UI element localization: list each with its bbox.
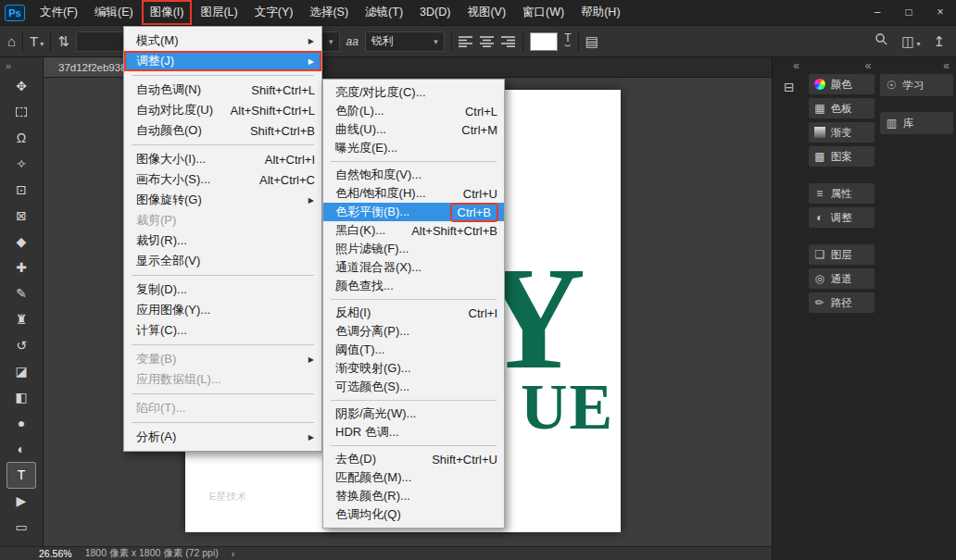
collapse-panels-icon[interactable]: « (877, 57, 956, 74)
move-tool[interactable]: ✥ (7, 74, 35, 99)
menu-item-11[interactable]: 裁切(R)... (124, 230, 321, 251)
menu-item-12[interactable]: 显示全部(V) (124, 251, 321, 271)
menu-item-8[interactable]: 黑白(K)...Alt+Shift+Ctrl+B (323, 221, 504, 240)
menubar-item-7[interactable]: 3D(D) (411, 0, 459, 25)
history-brush-tool[interactable]: ↺ (7, 333, 35, 358)
menu-item-3[interactable]: 自动色调(N)Shift+Ctrl+L (124, 80, 321, 100)
align-right-icon[interactable] (501, 35, 516, 47)
menu-item-15[interactable]: 阈值(T)... (323, 341, 504, 359)
menu-item-11[interactable]: 颜色查找... (323, 277, 504, 295)
menu-item-16[interactable]: 计算(C)... (124, 320, 321, 341)
text-orientation-icon[interactable]: ⇅ (57, 34, 69, 48)
clone-stamp-tool[interactable]: ♜ (7, 307, 35, 332)
menubar-item-8[interactable]: 视图(V) (459, 0, 514, 25)
menu-item-5[interactable]: 自然饱和度(V)... (323, 166, 504, 184)
menubar-item-9[interactable]: 窗口(W) (514, 0, 572, 25)
blur-tool[interactable]: ● (7, 411, 35, 436)
menu-item-3[interactable]: 曝光度(E)... (323, 139, 504, 157)
rectangular-marquee-tool[interactable] (7, 100, 35, 125)
dodge-tool[interactable]: ◐ (7, 437, 35, 462)
menu-item-15[interactable]: 应用图像(Y)... (124, 300, 321, 320)
menubar-item-6[interactable]: 滤镜(T) (357, 0, 411, 25)
tool-preset-dropdown[interactable]: T▾ (30, 33, 44, 50)
panel-button-properties-panel[interactable]: ≡属性 (809, 183, 875, 204)
align-left-icon[interactable] (459, 35, 473, 47)
menu-item-10[interactable]: 通道混合器(X)... (323, 258, 504, 277)
frame-tool[interactable]: ⊠ (7, 204, 35, 229)
status-chevron-icon[interactable]: › (232, 548, 235, 559)
menubar-item-2[interactable]: 图像(I) (142, 0, 193, 25)
path-selection-tool[interactable]: ▶ (7, 489, 35, 514)
menu-item-14[interactable]: 色调分离(P)... (323, 322, 504, 341)
panel-button-swatches-panel[interactable]: ▦色板 (809, 98, 875, 118)
anti-alias-dropdown[interactable]: 锐利 ▾ (365, 31, 445, 52)
gradient-tool[interactable]: ◧ (7, 385, 35, 410)
type-tool[interactable]: T (7, 463, 35, 488)
panel-button-patterns-panel[interactable]: ▩图案 (809, 146, 875, 167)
menubar-item-0[interactable]: 文件(F) (31, 0, 86, 25)
align-center-icon[interactable] (480, 35, 495, 47)
crop-tool[interactable]: ⊡ (7, 178, 35, 203)
menu-item-25[interactable]: 色调均化(Q) (323, 505, 504, 524)
panel-button-learn-panel[interactable]: ☉学习 (880, 74, 953, 96)
menubar-item-1[interactable]: 编辑(E) (86, 0, 142, 25)
menu-item-9[interactable]: 照片滤镜(F)... (323, 240, 504, 258)
menu-item-5[interactable]: 自动颜色(O)Shift+Ctrl+B (124, 120, 321, 141)
quick-selection-tool[interactable]: ✧ (7, 152, 35, 177)
menu-item-2[interactable]: 曲线(U)...Ctrl+M (323, 120, 504, 139)
panel-button-paths-panel[interactable]: ✏路径 (809, 292, 875, 313)
lasso-tool[interactable]: Ω (7, 126, 35, 151)
menu-item-24[interactable]: 替换颜色(R)... (323, 487, 504, 505)
menubar-item-5[interactable]: 选择(S) (301, 0, 357, 25)
spot-healing-brush-tool[interactable]: ✚ (7, 255, 35, 280)
menubar-item-4[interactable]: 文字(Y) (246, 0, 302, 25)
close-button[interactable]: × (925, 0, 956, 25)
panel-button-gradients-panel[interactable]: 渐变 (809, 122, 875, 143)
menu-item-14[interactable]: 复制(D)... (124, 280, 321, 300)
menu-item-7[interactable]: 色彩平衡(B)...Ctrl+B (323, 203, 504, 221)
home-icon[interactable]: ⌂ (7, 34, 16, 48)
text-color-swatch[interactable] (530, 32, 558, 51)
collapse-panels-icon[interactable]: « (773, 57, 806, 74)
panel-button-color-panel[interactable]: 颜色 (809, 74, 875, 94)
menubar-item-10[interactable]: 帮助(H) (572, 0, 628, 25)
menu-item-6[interactable]: 色相/饱和度(H)...Ctrl+U (323, 184, 504, 203)
menu-item-19[interactable]: 阴影/高光(W)... (323, 404, 504, 423)
menu-item-20[interactable]: HDR 色调... (323, 423, 504, 442)
menu-item-8[interactable]: 画布大小(S)...Alt+Ctrl+C (124, 169, 321, 190)
menu-item-0[interactable]: 模式(M)▶ (124, 31, 321, 51)
toolbar-expand-icon[interactable]: » (0, 57, 43, 74)
search-icon[interactable] (874, 32, 888, 50)
zoom-level[interactable]: 26.56% (39, 548, 72, 559)
menu-item-9[interactable]: 图像旋转(G)▶ (124, 190, 321, 210)
toggle-panels-icon[interactable]: ▤ (585, 34, 598, 48)
menu-item-10: 裁剪(P) (124, 210, 321, 230)
brush-tool[interactable]: ✎ (7, 281, 35, 306)
collapse-panels-icon[interactable]: « (806, 57, 878, 74)
menu-item-1[interactable]: 调整(J)▶ (124, 51, 321, 71)
panel-button-libraries-panel[interactable]: ▥库 (880, 112, 953, 134)
menu-item-4[interactable]: 自动对比度(U)Alt+Shift+Ctrl+L (124, 100, 321, 120)
maximize-button[interactable]: □ (893, 0, 925, 25)
menu-item-7[interactable]: 图像大小(I)...Alt+Ctrl+I (124, 149, 321, 169)
eraser-tool[interactable]: ◪ (7, 359, 35, 384)
panel-button-adjustments-panel[interactable]: ◐调整 (809, 207, 875, 228)
menu-item-23[interactable]: 匹配颜色(M)... (323, 468, 504, 487)
collapsed-panel-icon[interactable]: ⊟ (777, 78, 801, 96)
rectangle-tool[interactable]: ▭ (7, 515, 35, 540)
menu-item-1[interactable]: 色阶(L)...Ctrl+L (323, 102, 504, 120)
menu-item-0[interactable]: 亮度/对比度(C)... (323, 83, 504, 102)
minimize-button[interactable]: – (862, 0, 893, 25)
menu-item-13[interactable]: 反相(I)Ctrl+I (323, 304, 504, 322)
share-image-icon[interactable]: ↥ (933, 34, 945, 48)
menu-item-17[interactable]: 可选颜色(S)... (323, 378, 504, 396)
menu-item-16[interactable]: 渐变映射(G)... (323, 359, 504, 378)
menu-item-22[interactable]: 去色(D)Shift+Ctrl+U (323, 450, 504, 468)
eyedropper-tool[interactable]: ◆ (7, 230, 35, 255)
menubar-item-3[interactable]: 图层(L) (192, 0, 245, 25)
warp-text-icon[interactable]: T ⌣ (564, 35, 572, 47)
panel-button-channels-panel[interactable]: ◎通道 (809, 268, 875, 289)
workspace-switcher[interactable]: ◫▾ (901, 33, 920, 50)
menu-item-23[interactable]: 分析(A)▶ (124, 427, 321, 447)
panel-button-layers-panel[interactable]: ❏图层 (809, 244, 875, 265)
